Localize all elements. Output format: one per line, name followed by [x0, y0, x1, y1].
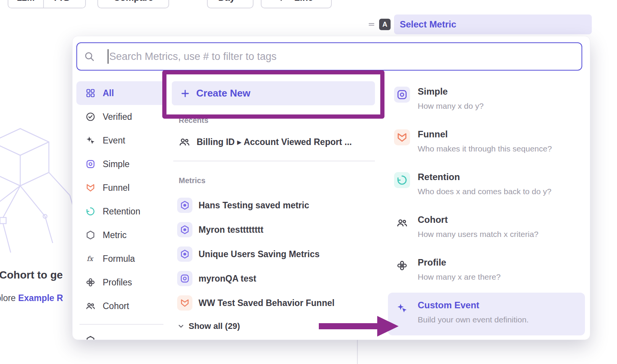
recents-header: Recents [172, 116, 375, 125]
sidebar-item-label: Funnel [103, 183, 129, 193]
background-headline: Cohort to ge [0, 269, 63, 281]
interval-day-button[interactable]: Day ▾ [207, 0, 254, 8]
search-input[interactable] [108, 51, 575, 63]
funnel-icon [396, 132, 408, 143]
metric-item-label: myronQA test [199, 274, 256, 284]
sidebar-item-label: Verified [103, 112, 132, 122]
metric-type-title: Cohort [418, 213, 538, 227]
show-all-label: Show all (29) [189, 321, 240, 331]
metrics-report-page: 12M YTD ▾ Compare Day ▾ Line A Select Me… [0, 0, 617, 364]
sidebar-item-funnel[interactable]: Funnel [76, 176, 166, 200]
recent-item-label: Billing ID ▸ Account Viewed Report ... [197, 137, 352, 147]
metric-type-icon-chip [394, 258, 410, 274]
savedmetric-icon [180, 225, 190, 235]
metric-icon [86, 335, 95, 340]
sidebar-item-event[interactable]: Event [76, 129, 166, 152]
metric-type-cohort[interactable]: CohortHow many users match x criteria? [388, 207, 585, 250]
retention-icon [396, 174, 408, 186]
chart-type-line-button[interactable]: Line [261, 0, 332, 8]
create-new-label: Create New [196, 87, 250, 99]
profiles-icon [86, 277, 95, 287]
metric-type-description: Who makes it through this sequence? [418, 143, 552, 155]
sidebar-item-label: Retention [103, 206, 140, 217]
sidebar-item-profiles[interactable]: Profiles [76, 271, 166, 294]
metric-list-item[interactable]: myronQA test [172, 266, 375, 291]
metric-item-label: Hans Testing saved metric [199, 200, 309, 211]
create-new-button[interactable]: Create New [172, 81, 375, 105]
cohort-icon [396, 217, 408, 229]
chevron-down-icon: ▾ [239, 0, 242, 1]
metric-type-profile[interactable]: ProfileHow many x are there? [388, 250, 585, 293]
recent-item[interactable]: Billing ID ▸ Account Viewed Report ... [172, 132, 375, 152]
grid-icon [86, 88, 95, 98]
metric-type-retention[interactable]: RetentionWho does x and comes back to do… [388, 164, 585, 207]
simple-icon [86, 159, 95, 169]
date-range-group: 12M YTD ▾ [8, 0, 86, 8]
metric-type-text: SimpleHow many x do y? [418, 88, 484, 112]
line-chart-icon [280, 0, 290, 3]
metric-type-custom-event[interactable]: Custom EventBuild your own event definit… [388, 293, 585, 335]
retention-icon [86, 206, 95, 216]
metric-type-list: SimpleHow many x do y?FunnelWho makes it… [388, 79, 585, 335]
sidebar-item-simple[interactable]: Simple [76, 152, 166, 176]
metric-type-title: Custom Event [418, 298, 529, 312]
sidebar-item-metric[interactable]: Metric [76, 223, 166, 247]
profiles-icon [396, 260, 408, 271]
metrics-header: Metrics [172, 176, 375, 185]
sidebar-item-partial[interactable] [76, 329, 166, 340]
metric-type-text: ProfileHow many x are there? [418, 259, 501, 283]
cohort-icon [86, 301, 95, 311]
sidebar-item-label: Cohort [103, 301, 129, 311]
range-ytd-button[interactable]: YTD ▾ [43, 0, 86, 8]
metric-type-description: Build your own event definition. [418, 314, 529, 325]
sidebar-item-formula[interactable]: fxFormula [76, 247, 166, 271]
chart-type-line-label: Line [294, 0, 313, 3]
metric-type-funnel[interactable]: FunnelWho makes it through this sequence… [388, 122, 585, 164]
metric-type-title: Profile [418, 256, 501, 269]
modal-sidebar: AllVerifiedEventSimpleFunnelRetentionMet… [76, 79, 166, 340]
modal-center: Create New Recents Billing ID ▸ Account … [172, 79, 375, 332]
verified-icon [86, 112, 95, 122]
metric-list-item[interactable]: Myron testttttttt [172, 217, 375, 242]
metric-type-description: How many users match x criteria? [418, 229, 538, 240]
metric-type-icon-chip [394, 172, 410, 188]
metric-item-label: Myron testttttttt [199, 225, 263, 235]
metric-list-item[interactable]: Unique Users Saving Metrics [172, 242, 375, 266]
savedmetric-icon [180, 200, 190, 210]
drag-handle-icon[interactable] [367, 20, 376, 29]
funnel-icon [180, 298, 190, 308]
show-all-button[interactable]: Show all (29) [172, 321, 375, 332]
metric-type-simple[interactable]: SimpleHow many x do y? [388, 79, 585, 122]
metric-item-icon-chip [177, 246, 192, 262]
metric-type-icon-chip [394, 300, 410, 316]
svg-text:fx: fx [87, 255, 94, 263]
metric-item-icon-chip [177, 271, 192, 286]
select-metric-button[interactable]: Select Metric [394, 14, 592, 34]
sidebar-item-all[interactable]: All [76, 81, 166, 105]
panel-divider [357, 340, 358, 364]
section-divider [173, 161, 375, 161]
people-icon [179, 136, 190, 148]
range-12m-button[interactable]: 12M [8, 0, 43, 8]
sidebar-item-cohort[interactable]: Cohort [76, 294, 166, 318]
metric-type-title: Retention [418, 170, 551, 184]
sidebar-item-retention[interactable]: Retention [76, 200, 166, 223]
metric-type-icon-chip [394, 129, 410, 145]
recents-list: Billing ID ▸ Account Viewed Report ... [172, 132, 375, 152]
funnel-icon [86, 183, 95, 193]
example-reports-link[interactable]: Example R [18, 293, 63, 303]
metric-item-label: Unique Users Saving Metrics [199, 249, 320, 259]
metric-list-item[interactable]: Hans Testing saved metric [172, 193, 375, 217]
background-subtext: plore Example R [0, 293, 63, 303]
metric-type-title: Funnel [418, 127, 552, 141]
sidebar-item-verified[interactable]: Verified [76, 105, 166, 129]
metric-row: A Select Metric [367, 14, 592, 34]
metric-icon [86, 230, 95, 240]
compare-button[interactable]: Compare [97, 0, 169, 8]
sidebar-item-label: Metric [103, 230, 127, 240]
metric-item-label: WW Test Saved Behavior Funnel [199, 298, 334, 308]
simple-icon [396, 89, 408, 100]
sidebar-divider [79, 324, 163, 325]
background-subtext-prefix: plore [0, 293, 18, 303]
metric-list-item[interactable]: WW Test Saved Behavior Funnel [172, 291, 375, 315]
